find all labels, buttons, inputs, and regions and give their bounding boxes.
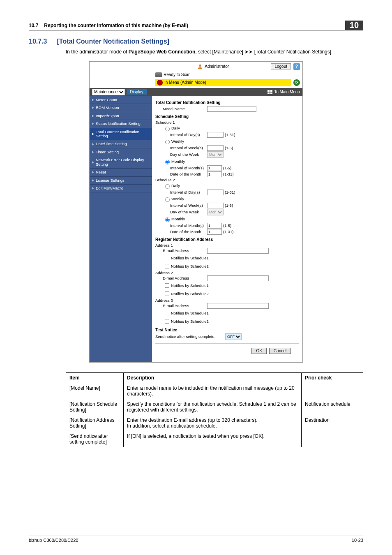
schedule2-heading: Schedule 2 xyxy=(155,178,299,182)
address2-heading: Address 2 xyxy=(155,271,299,275)
page-header: 10.7 Reporting the counter information o… xyxy=(29,21,363,30)
group-total-counter: Total Counter Notification Setting xyxy=(155,100,299,105)
table-row: [Model Name] Enter a model name to be in… xyxy=(66,383,363,399)
status-ready: Ready to Scan xyxy=(164,72,191,77)
input-addr3-email[interactable] xyxy=(207,303,269,309)
input-addr2-email[interactable] xyxy=(207,275,269,281)
section-number: 10.7.3 xyxy=(29,38,47,45)
logout-button[interactable]: Logout xyxy=(271,63,291,69)
radio-s1-weekly[interactable] xyxy=(165,140,170,144)
sidebar-item-date-time[interactable]: Date/Time Setting xyxy=(90,140,152,148)
sidebar-item-network-error-code[interactable]: Network Error Code Display Setting xyxy=(90,156,152,169)
label-send-notice: Send notice after setting complete, xyxy=(155,334,225,339)
help-icon[interactable]: ? xyxy=(293,63,300,70)
sidebar-item-edit-font-macro[interactable]: Edit Font/Macro xyxy=(90,185,152,192)
refresh-icon[interactable]: ⟳ xyxy=(293,79,300,86)
sidebar-item-rom-version[interactable]: ROM Version xyxy=(90,104,152,112)
cb-addr3-sched1[interactable] xyxy=(165,311,169,315)
sidebar-item-import-export[interactable]: Import/Export xyxy=(90,112,152,120)
schedule1-heading: Schedule 1 xyxy=(155,120,299,125)
intro-paragraph: In the administrator mode of PageScope W… xyxy=(66,49,363,56)
input-s2-dateofmonth[interactable] xyxy=(207,229,222,235)
display-button[interactable]: Display xyxy=(127,89,147,95)
input-addr1-email[interactable] xyxy=(207,248,269,254)
footer-model: bizhub C360/C280/C220 xyxy=(29,538,78,543)
cb-addr2-sched2[interactable] xyxy=(165,291,169,296)
cb-addr1-sched2[interactable] xyxy=(165,264,169,268)
sidebar: Meter Count ROM Version Import/Export St… xyxy=(90,96,152,362)
sidebar-item-license[interactable]: License Settings xyxy=(90,177,152,185)
sidebar-item-reset[interactable]: Reset xyxy=(90,169,152,176)
to-main-menu-link[interactable]: To Main Menu xyxy=(267,90,300,94)
printer-icon xyxy=(155,72,162,77)
table-row: [Notification Address Setting] Enter the… xyxy=(66,415,363,431)
status-inmenu: In Menu (Admin Mode) xyxy=(164,80,206,85)
cb-addr2-sched1[interactable] xyxy=(165,283,169,288)
group-schedule: Schedule Setting xyxy=(155,114,299,119)
sidebar-item-timer[interactable]: Timer Setting xyxy=(90,148,152,156)
group-register-address: Register Notification Address xyxy=(155,237,299,242)
input-s2-intmonth[interactable] xyxy=(207,223,222,229)
section-title: [Total Counter Notification Settings] xyxy=(57,38,169,45)
embedded-ui: Administrator Logout ? Ready to Scan In … xyxy=(89,61,303,363)
cb-addr1-sched1[interactable] xyxy=(165,256,169,260)
page-footer: bizhub C360/C280/C220 10-23 xyxy=(29,536,363,543)
radio-s1-daily[interactable] xyxy=(165,127,170,131)
grid-icon xyxy=(267,90,272,94)
input-s2-intweek[interactable] xyxy=(207,203,224,208)
stop-icon xyxy=(157,80,163,86)
select-s2-dayofweek[interactable]: Mon xyxy=(207,209,224,215)
maintenance-select[interactable]: Maintenance xyxy=(92,89,125,95)
sidebar-item-status-notification[interactable]: Status Notification Setting xyxy=(90,120,152,128)
breadcrumb-arrow-icon: ➤➤ xyxy=(244,49,253,55)
radio-s2-monthly[interactable] xyxy=(165,217,170,222)
sidebar-item-total-counter-notification[interactable]: Total Counter Notification Setting xyxy=(90,128,152,141)
th-prior-check: Prior check xyxy=(302,372,363,383)
address1-heading: Address 1 xyxy=(155,243,299,247)
input-s1-dateofmonth[interactable] xyxy=(207,171,222,177)
description-table: Item Description Prior check [Model Name… xyxy=(66,372,363,447)
content-panel: Total Counter Notification Setting Model… xyxy=(152,96,302,362)
th-item: Item xyxy=(66,372,124,383)
table-row: [Send notice after setting complete] If … xyxy=(66,431,363,447)
sidebar-item-meter-count[interactable]: Meter Count xyxy=(90,96,152,104)
header-section-title: Reporting the counter information of thi… xyxy=(44,23,188,28)
th-description: Description xyxy=(124,372,302,383)
input-s1-intweek[interactable] xyxy=(207,145,224,151)
section-heading: 10.7.3 [Total Counter Notification Setti… xyxy=(29,38,363,45)
select-send-notice[interactable]: OFF xyxy=(225,333,242,340)
group-test-notice: Test Notice xyxy=(155,328,299,332)
input-model-name[interactable] xyxy=(207,106,256,112)
cb-addr3-sched2[interactable] xyxy=(165,319,169,324)
table-header-row: Item Description Prior check xyxy=(66,372,363,383)
select-s1-dayofweek[interactable]: Mon xyxy=(207,151,224,158)
radio-s2-daily[interactable] xyxy=(165,184,170,189)
svg-point-0 xyxy=(199,65,201,67)
label-model-name: Model Name xyxy=(163,106,207,111)
chapter-badge: 10 xyxy=(345,21,363,30)
header-section-number: 10.7 xyxy=(29,23,38,28)
input-s1-intday[interactable] xyxy=(207,132,224,138)
table-row: [Notification Schedule Setting] Specify … xyxy=(66,399,363,415)
input-s2-intday[interactable] xyxy=(207,190,224,195)
administrator-icon xyxy=(197,64,203,69)
cancel-button[interactable]: Cancel xyxy=(269,348,291,354)
radio-s1-monthly[interactable] xyxy=(165,160,170,164)
input-s1-intmonth[interactable] xyxy=(207,165,222,171)
address3-heading: Address 3 xyxy=(155,298,299,303)
radio-s2-weekly[interactable] xyxy=(165,197,170,202)
administrator-label: Administrator xyxy=(205,64,229,69)
footer-page-number: 10-23 xyxy=(352,538,363,543)
ok-button[interactable]: OK xyxy=(251,348,266,354)
